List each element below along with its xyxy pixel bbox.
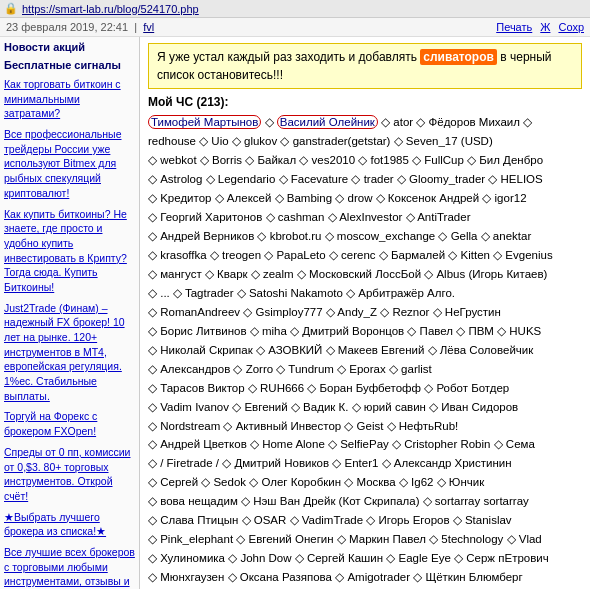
names-text: ◇ мангуст ◇ Кварк ◇ zealm ◇ Московский Л… (148, 268, 547, 280)
names-text: ◇ Pink_elephant ◇ Евгений Онегин ◇ Марки… (148, 533, 542, 545)
main-container: Новости акций Бесплатные сигналы Как тор… (0, 37, 590, 589)
sidebar-ad1-link[interactable]: Как торговать биткоин с минимальными зат… (4, 77, 135, 121)
save-link[interactable]: Сохр (558, 21, 584, 33)
names-text: ◇ Сергей ◇ Sedok ◇ Олег Коробкин ◇ Москв… (148, 476, 484, 488)
circled-name[interactable]: Василий Олейник (277, 115, 378, 129)
sidebar-ad2-link[interactable]: Все профессиональные трейдеры России уже… (4, 127, 135, 200)
sidebar-ad8-link[interactable]: Все лучшие всех брокеров с торговыми люб… (4, 545, 135, 589)
sidebar-news-section: Новости акций (4, 41, 135, 53)
names-text: ◇ ... ◇ Tagtrader ◇ Satoshi Nakamoto ◇ А… (148, 287, 455, 299)
sidebar-signals-title: Бесплатные сигналы (4, 59, 135, 71)
names-text: ◇ ator ◇ Фёдоров Михаил ◇ (378, 116, 532, 128)
names-text: ◇ Seven_17 (USD) (390, 135, 492, 147)
names-text: ◇ Vadim Ivanov ◇ Евгений ◇ Вадик К. ◇ юр… (148, 401, 518, 413)
sidebar-ad6: Спреды от 0 пп, комиссии от 0,$3. 80+ то… (4, 445, 135, 504)
names-text: ◇ Astrolog ◇ Legendario ◇ Facevature ◇ t… (148, 173, 543, 185)
article-header: 23 февраля 2019, 22:41 | fvl Печать Ж Со… (0, 18, 590, 37)
names-text: ◇ Хулиномика ◇ John Dow ◇ Сергей Кашин ◇… (148, 552, 549, 564)
sidebar-news-title: Новости акций (4, 41, 135, 53)
header-actions: Печать Ж Сохр (496, 21, 584, 33)
warning-banner: Я уже устал каждый раз заходить и добавл… (148, 43, 582, 89)
sidebar-ad1: Как торговать биткоин с минимальными зат… (4, 77, 135, 121)
names-text: ◇ Мюнхгаузен ◇ Оксана Разяпова ◇ Amigotr… (148, 571, 523, 583)
names-text: ◇ Nordstream ◇ Активный Инвестор ◇ Geist… (148, 420, 458, 432)
author-link[interactable]: fvl (143, 21, 154, 33)
content-area: Я уже устал каждый раз заходить и добавл… (140, 37, 590, 589)
circled-name[interactable]: Тимофей Мартынов (148, 115, 261, 129)
lock-icon: 🔒 (4, 2, 18, 15)
names-text: ◇ Борис Литвинов ◇ miha ◇ Дмитрий Воронц… (148, 325, 541, 337)
sidebar-ad2: Все профессиональные трейдеры России уже… (4, 127, 135, 200)
names-text: redhоuse (148, 135, 196, 147)
sidebar: Новости акций Бесплатные сигналы Как тор… (0, 37, 140, 589)
warning-highlight: сливаторов (420, 49, 497, 65)
names-text: ◇ Александров ◇ Zorro ◇ Tundrum ◇ Eporax… (148, 363, 432, 375)
print-link[interactable]: Печать (496, 21, 532, 33)
names-text: ◇ Андрей Верников ◇ kbrobot.ru ◇ moscow_… (148, 230, 531, 242)
names-text: ganstrader(getstar) (293, 135, 391, 147)
names-text: ◇ Kредитор ◇ Алексей ◇ Bambing ◇ drow ◇ … (148, 192, 527, 204)
names-text: ◇ Тарасов Виктор ◇ RUH666 ◇ Боран Буфбет… (148, 382, 509, 394)
sidebar-ad4: Just2Trade (Финам) – надежный FX брокер!… (4, 301, 135, 404)
names-text: ◇ Георгий Харитонов ◇ cashman ◇ AlexInve… (148, 211, 470, 223)
article-date: 23 февраля 2019, 22:41 | fvl (6, 21, 154, 33)
names-text: ◇ Николай Скрипак ◇ АЗОВКИЙ ◇ Макеев Евг… (148, 344, 533, 356)
sidebar-ad8: Все лучшие всех брокеров с торговыми люб… (4, 545, 135, 589)
sidebar-ad3: Как купить биткоины? Не знаете, где прос… (4, 207, 135, 295)
browser-topbar: 🔒 https://smart-lab.ru/blog/524170.php (0, 0, 590, 18)
names-text: ◇ (261, 116, 276, 128)
names-text: ◇ webkot ◇ Borris ◇ Байкал ◇ ves2010 ◇ f… (148, 154, 543, 166)
sidebar-ad5: Торгуй на Форекс с брокером FXOpen! (4, 409, 135, 438)
names-text: ◇ RomanAndreev ◇ Gsimploy777 ◇ Andy_Z ◇ … (148, 306, 501, 318)
names-text: ◇ Слава Птицын ◇ OSAR ◇ VadimTrade ◇ Иго… (148, 514, 512, 526)
list-title: Мой ЧС (213): (148, 95, 582, 109)
url-bar[interactable]: https://smart-lab.ru/blog/524170.php (22, 3, 199, 15)
sidebar-ad3-link[interactable]: Как купить биткоины? Не знаете, где прос… (4, 207, 135, 295)
sidebar-ad6-link[interactable]: Спреды от 0 пп, комиссии от 0,$3. 80+ то… (4, 445, 135, 504)
bookmark-link[interactable]: Ж (540, 21, 550, 33)
names-text: ◇ krasoffka ◇ treogen ◇ PapaLeto ◇ ceren… (148, 249, 553, 261)
names-text: ◇ вова нещадим ◇ Нэш Ван Дрейк (Кот Скри… (148, 495, 529, 507)
sidebar-ad7: ★Выбрать лучшего брокера из списка!★ (4, 510, 135, 539)
sidebar-signals-section: Бесплатные сигналы (4, 59, 135, 71)
names-container: Тимофей Мартынов ◇ Василий Олейник ◇ ato… (148, 113, 582, 589)
sidebar-ad7-link[interactable]: ★Выбрать лучшего брокера из списка!★ (4, 510, 135, 539)
sidebar-ad5-link[interactable]: Торгуй на Форекс с брокером FXOpen! (4, 409, 135, 438)
sidebar-ad4-link[interactable]: Just2Trade (Финам) – надежный FX брокер!… (4, 301, 135, 404)
names-text: ◇ / Firetrade / ◇ Дмитрий Новиков ◇ Ente… (148, 457, 512, 469)
names-text: ◇ Uio ◇ glukov ◇ (196, 135, 293, 147)
warning-text1: Я уже устал каждый раз заходить и добавл… (157, 50, 417, 64)
names-text: ◇ Андрей Цветков ◇ Home Alone ◇ SelfiePa… (148, 438, 535, 450)
